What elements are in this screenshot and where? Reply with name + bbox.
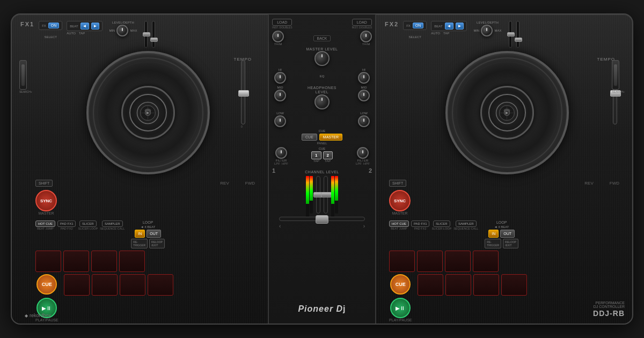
level-fader2-right[interactable] xyxy=(516,21,519,48)
tap-2-label: TAP xyxy=(325,159,331,163)
mid-knob-1[interactable] xyxy=(274,90,286,101)
reloop-btn-right[interactable]: RELOOP/EXIT xyxy=(503,239,518,248)
channel-num-1: 1 xyxy=(272,167,275,174)
low-knob-2[interactable] xyxy=(358,115,370,127)
pad-right-6[interactable] xyxy=(445,274,471,296)
level-fader2-left[interactable] xyxy=(152,21,155,48)
master-level-knob[interactable] xyxy=(314,51,330,66)
fx-text-left: FX xyxy=(42,24,46,27)
level-knob-right[interactable] xyxy=(481,25,493,36)
hi-knob-2[interactable] xyxy=(358,72,370,84)
pad-left-4[interactable] xyxy=(119,251,145,272)
channel-fader-1[interactable] xyxy=(316,176,320,214)
pad-right-7[interactable] xyxy=(473,274,499,296)
level-fader1-left[interactable] xyxy=(144,21,148,48)
jog-wheel-right[interactable] xyxy=(445,51,569,174)
master-label-right: MASTER xyxy=(392,211,407,215)
slicer-btn-left[interactable]: SLICER xyxy=(79,221,97,227)
fx-on-btn-left[interactable]: ON xyxy=(48,23,60,28)
beat-next-right[interactable]: ► xyxy=(456,23,464,30)
pad-right-1[interactable] xyxy=(389,251,415,272)
beat-prev-left[interactable]: ◄ xyxy=(80,23,89,30)
pad-left-6[interactable] xyxy=(92,274,118,296)
hi-label-2: HI xyxy=(362,68,365,71)
trim-knob-2[interactable] xyxy=(360,31,372,42)
pad-right-4[interactable] xyxy=(473,251,499,272)
low-knob-1[interactable] xyxy=(274,115,286,127)
slicer-btn-right[interactable]: SLICER xyxy=(433,221,450,227)
cue-btn-left[interactable]: CUE xyxy=(36,274,57,295)
pad-mode-row-right: HOT CUE BEAT JUMP PAD FX1 PAD FX2 SLICER… xyxy=(389,221,619,248)
mixer-panel: LOAD INST. DOUBLES LOAD INST. DOUBLES TR… xyxy=(268,14,376,324)
channel-fader-2[interactable] xyxy=(324,176,328,214)
pad-left-7[interactable] xyxy=(120,274,145,296)
low-label-1: LOW xyxy=(276,112,284,115)
back-btn[interactable]: BACK xyxy=(313,35,330,41)
pad-right-5[interactable] xyxy=(418,274,443,296)
beat-next-left[interactable]: ► xyxy=(91,23,100,30)
retrigger-btn-left[interactable]: RE-TRIGGER xyxy=(131,239,148,248)
pad-left-5[interactable] xyxy=(64,274,90,296)
panel-label: PANEL xyxy=(317,142,327,145)
sync-btn-left[interactable]: SYNC xyxy=(35,190,57,211)
cue-mixer-btn[interactable]: CUE xyxy=(302,134,317,141)
cue-master-section: CUE CUE MASTER PANEL xyxy=(302,129,342,145)
filter-knob-2[interactable] xyxy=(357,147,369,159)
loop-label-left: LOOP xyxy=(143,221,153,224)
eq-mid-row: MID HEADPHONES LEVEL MID xyxy=(272,86,372,109)
level-fader1-right[interactable] xyxy=(509,21,512,48)
cue-btn-right[interactable]: CUE xyxy=(390,274,411,295)
loop-in-btn-right[interactable]: IN xyxy=(488,230,499,238)
pad-fx1-btn-left[interactable]: PAD FX1 xyxy=(57,221,76,227)
tempo-fader-left[interactable] xyxy=(241,60,245,124)
shift-btn-right[interactable]: SHIFT xyxy=(389,180,406,187)
headphones-knob[interactable] xyxy=(314,94,330,109)
sync-btn-right[interactable]: SYNC xyxy=(389,190,411,211)
retrigger-btn-right[interactable]: RE-TRIGGER xyxy=(485,239,501,248)
mid-knob-2[interactable] xyxy=(358,90,370,101)
master-label-left: MASTER xyxy=(38,211,54,215)
vu-bar-r2 xyxy=(335,176,338,214)
reloop-btn-left[interactable]: RELOOP/EXIT xyxy=(149,239,165,248)
loop-out-btn-right[interactable]: OUT xyxy=(500,230,515,238)
low-label-2: LOW xyxy=(360,112,368,115)
pad-left-1[interactable] xyxy=(35,251,61,272)
sampler-btn-left[interactable]: SAMPLER xyxy=(102,221,123,227)
crossfader[interactable] xyxy=(279,217,365,221)
inst-doubles-1: INST. DOUBLES xyxy=(272,26,292,29)
beat-box-left: BEAT ◄ ► xyxy=(67,21,103,31)
fx-on-btn-right[interactable]: ON xyxy=(413,23,424,28)
beat-prev-right[interactable]: ◄ xyxy=(445,23,453,30)
next-arrow[interactable]: › xyxy=(363,223,365,229)
master-mixer-btn[interactable]: MASTER xyxy=(319,134,342,141)
sampler-btn-right[interactable]: SAMPLER xyxy=(456,221,477,227)
cue-2-btn[interactable]: 2 xyxy=(323,151,333,159)
load-btn-2[interactable]: LOAD xyxy=(352,19,372,26)
pad-right-3[interactable] xyxy=(445,251,471,272)
filter-knob-1[interactable] xyxy=(275,147,287,159)
beat-jump-label-left: BEAT JUMP xyxy=(37,227,53,230)
play-pause-btn-right[interactable]: ▶⏸ xyxy=(390,298,411,318)
hi-knob-1[interactable] xyxy=(274,72,286,84)
hot-cue-btn-left[interactable]: HOT CUE xyxy=(35,221,55,227)
jog-wheel-left[interactable] xyxy=(86,51,210,174)
level-depth-right: LEVEL/DEPTH xyxy=(477,21,499,24)
pad-left-2[interactable] xyxy=(63,251,89,272)
pad-right-2[interactable] xyxy=(417,251,443,272)
prev-arrow[interactable]: ‹ xyxy=(279,223,281,229)
pad-fx1-btn-right[interactable]: PAD FX1 xyxy=(411,221,430,227)
pad-left-8[interactable] xyxy=(148,274,173,296)
level-knob-left[interactable] xyxy=(116,25,128,36)
loop-in-btn-left[interactable]: IN xyxy=(135,230,145,238)
load-btn-1[interactable]: LOAD xyxy=(272,19,292,26)
shift-btn-left[interactable]: SHIFT xyxy=(35,180,53,187)
hot-cue-btn-right[interactable]: HOT CUE xyxy=(389,221,409,227)
pad-left-3[interactable] xyxy=(91,251,117,272)
cue-1-btn[interactable]: 1 xyxy=(311,151,321,159)
hi-label-1: HI xyxy=(279,68,282,71)
trim-knob-1[interactable] xyxy=(272,31,284,42)
fx-text-right: FX xyxy=(406,24,411,27)
mid-label-2: MID xyxy=(361,86,367,89)
loop-out-btn-left[interactable]: OUT xyxy=(147,230,161,238)
pad-right-8[interactable] xyxy=(501,274,527,296)
